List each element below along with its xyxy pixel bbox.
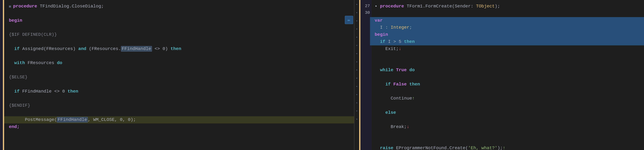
code-line: I : Integer;	[370, 24, 644, 31]
gutter-dot	[356, 61, 357, 62]
line-number: 27	[360, 3, 370, 9]
code-line: PostMessage(FFindHandle, WM_CLOSE, 0, 0)…	[4, 116, 354, 123]
left-gutter	[0, 0, 3, 150]
left-editor-pane: ▣ procedure TFindDialog.CloseDialog; beg…	[0, 0, 354, 150]
code-line: ▣ procedure TFindDialog.CloseDialog;	[9, 3, 354, 10]
gutter-dot	[356, 102, 357, 103]
code-line: {$ELSE}	[9, 74, 354, 81]
gutter-dot	[356, 119, 357, 120]
left-yellow-bar	[3, 0, 4, 150]
code-line: end;	[9, 123, 354, 131]
gutter-dot	[356, 94, 357, 95]
gutter-dot	[356, 78, 357, 79]
left-code-area: ▣ procedure TFindDialog.CloseDialog; beg…	[4, 0, 354, 150]
code-line: {$ENDIF}	[9, 102, 354, 109]
code-line: else	[375, 109, 644, 116]
gutter-dot	[356, 70, 357, 71]
code-line: if Assigned(FResources) and (FResources.…	[9, 45, 354, 53]
gutter-dot	[356, 28, 357, 29]
right-editor-pane: ✏ 27 30 ▪ procedure TForm1.FormCreate(Se…	[354, 0, 644, 150]
code-line: Continue↑	[375, 95, 644, 102]
gutter-dot	[356, 37, 357, 38]
gutter-dot	[356, 12, 357, 13]
gutter-dot	[356, 45, 357, 46]
code-line: if I > 5 then	[370, 38, 644, 45]
gutter-dot	[356, 20, 357, 21]
gutter-dot	[356, 110, 357, 111]
code-line: var	[370, 17, 644, 24]
right-code-area: ▪ procedure TForm1.FormCreate(Sender: TO…	[372, 0, 644, 150]
code-line: with FResources do	[9, 60, 354, 67]
edit-icon[interactable]: ✏	[345, 16, 353, 24]
code-line: begin	[370, 31, 644, 38]
code-line: Exit;↓	[375, 45, 644, 53]
code-line: while True do	[375, 67, 644, 74]
gutter-dot	[356, 86, 357, 87]
right-dots	[354, 0, 359, 150]
code-line: raise EProgrammerNotFound.Create('Eh, wh…	[375, 145, 644, 150]
code-line: if FFindHandle <> 0 then	[9, 88, 354, 95]
code-line: {$IF DEFINED(CLR)}	[9, 31, 354, 38]
gutter-dot	[356, 53, 357, 54]
code-line: ▪ procedure TForm1.FormCreate(Sender: TO…	[375, 3, 644, 10]
code-line: Break;↓	[375, 123, 644, 131]
line-number: 30	[360, 9, 370, 16]
right-yellow-bar	[359, 0, 360, 150]
code-line: begin	[9, 17, 354, 24]
code-line: if False then	[375, 81, 644, 88]
gutter-dot	[356, 4, 357, 5]
